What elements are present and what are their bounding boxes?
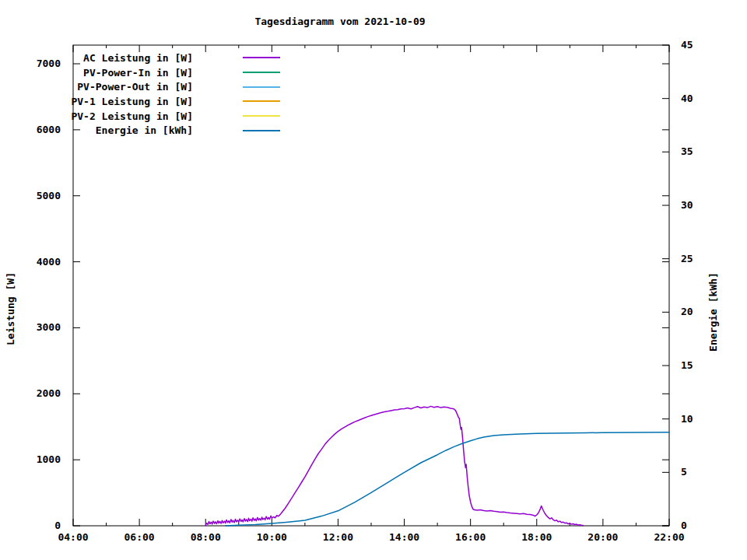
- y-right-tick-label: 20: [681, 306, 693, 317]
- x-tick-label: 04:00: [58, 531, 88, 543]
- y-right-tick-label: 40: [681, 93, 693, 104]
- y-left-axis-label: Leistung [W]: [5, 272, 16, 345]
- x-tick-label: 18:00: [521, 531, 552, 543]
- y-right-tick-label: 25: [681, 253, 693, 264]
- y-right-tick-label: 0: [681, 520, 687, 531]
- x-tick-label: 22:00: [654, 531, 684, 543]
- y-right-tick-label: 10: [681, 413, 693, 425]
- y-right-tick-label: 5: [681, 466, 687, 478]
- y-axis-right: 051015202530354045Energie [kWh]: [662, 39, 719, 531]
- legend-color-line: [243, 72, 280, 73]
- y-left-tick-label: 1000: [37, 453, 61, 465]
- legend-color-line: [243, 86, 280, 88]
- legend-item: PV-Power-Out in [W]: [68, 79, 280, 94]
- legend-label: PV-Power-In in [W]: [68, 67, 193, 79]
- x-tick-label: 08:00: [191, 531, 221, 543]
- legend-item: AC Leistung in [W]: [68, 51, 280, 65]
- series-line-ac-leistung-in-w: [205, 406, 583, 525]
- y-right-tick-label: 30: [681, 199, 693, 211]
- legend-color-line: [243, 57, 280, 58]
- legend-color-line: [243, 115, 280, 117]
- y-left-tick-label: 4000: [37, 256, 61, 268]
- legend-label: PV-2 Leistung in [W]: [68, 110, 193, 122]
- y-left-tick-label: 0: [54, 520, 61, 531]
- y-left-tick-label: 2000: [37, 387, 61, 399]
- y-left-tick-label: 3000: [37, 321, 61, 333]
- x-tick-label: 16:00: [455, 531, 486, 543]
- x-tick-label: 20:00: [587, 531, 618, 543]
- y-left-tick-label: 6000: [37, 124, 61, 135]
- y-right-tick-label: 15: [681, 359, 693, 371]
- legend-item: PV-2 Leistung in [W]: [68, 109, 280, 124]
- legend-color-line: [243, 100, 280, 102]
- y-left-tick-label: 5000: [37, 190, 61, 201]
- x-tick-label: 10:00: [257, 531, 287, 543]
- series-line-energie-in-kwh: [226, 432, 669, 526]
- legend-label: Energie in [kWh]: [68, 124, 193, 136]
- y-left-tick-label: 7000: [37, 58, 61, 69]
- y-right-tick-label: 45: [681, 39, 693, 51]
- legend-item: PV-1 Leistung in [W]: [68, 94, 280, 109]
- y-right-tick-label: 35: [681, 145, 693, 157]
- x-tick-label: 06:00: [124, 531, 155, 543]
- x-tick-label: 12:00: [323, 531, 353, 543]
- legend-label: PV-1 Leistung in [W]: [68, 96, 193, 107]
- chart-legend: AC Leistung in [W] PV-Power-In in [W] PV…: [68, 51, 280, 138]
- y-right-axis-label: Energie [kWh]: [707, 272, 719, 352]
- legend-color-line: [243, 130, 280, 131]
- legend-item: PV-Power-In in [W]: [68, 65, 280, 80]
- series-lines: [205, 406, 669, 526]
- x-tick-label: 14:00: [389, 531, 419, 543]
- legend-item: Energie in [kWh]: [68, 123, 280, 138]
- legend-label: AC Leistung in [W]: [68, 52, 193, 64]
- legend-label: PV-Power-Out in [W]: [68, 81, 193, 93]
